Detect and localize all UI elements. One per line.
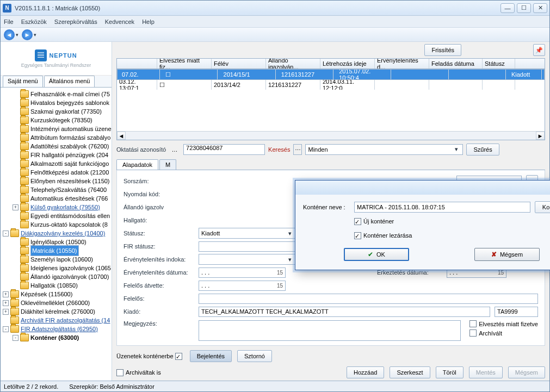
tree-node[interactable]: Szakmai gyakorlat (77350) [1, 107, 112, 116]
tree-node[interactable]: Matricák (10550) [1, 246, 112, 255]
grid-header[interactable]: Érvénytelenítés d... [375, 59, 429, 69]
felelos-value[interactable] [199, 294, 538, 304]
tree-node[interactable]: Intézményi automatikus üzene [1, 125, 112, 133]
tree-node[interactable]: +Képzések (115600) [1, 290, 112, 298]
tab-extra[interactable]: M [159, 159, 176, 170]
nav-forward-button[interactable]: ► [22, 29, 33, 40]
kiado-label: Kiadó: [123, 308, 194, 315]
filter-label: Oktatási azonosító [116, 146, 166, 153]
bejelentes-button[interactable]: Bejelentés [190, 350, 232, 362]
tree-node[interactable]: Alkalmazotti saját funkciójogo [1, 159, 112, 168]
menu-help[interactable]: Help [142, 18, 155, 25]
tree-node[interactable]: -Konténer (63000) [1, 333, 112, 342]
sztorno-button[interactable]: Sztornó [237, 350, 272, 362]
table-row[interactable]: 07.02.☐2014/15/112161312272015.07.02. 10… [117, 69, 545, 80]
tree-node[interactable]: Egyedi entitásmódosítás ellen [1, 211, 112, 220]
kiado-value: TECH_ALKALMAZOTT TECH_ALKALMAZOTT [199, 307, 490, 317]
nav-tree[interactable]: Felhasználók e-mail címei (75Hivatalos b… [1, 88, 112, 381]
kontenerek-button[interactable]: Konténerek [535, 201, 550, 213]
tree-node[interactable]: Automatikus értesítések (766 [1, 194, 112, 203]
cb-archivalt[interactable]: Archívált [469, 329, 538, 337]
tree-node[interactable]: Adattöltési szabályok (76200) [1, 142, 112, 151]
tree-node[interactable]: Ideiglenes igazolványok (1065 [1, 264, 112, 272]
grid-header[interactable]: Státusz [483, 59, 515, 69]
pin-icon[interactable]: 📌 [533, 44, 545, 56]
logo-subtitle: Egységes Tanulmányi Rendszer [21, 63, 91, 68]
app-icon: N [3, 4, 11, 13]
tree-node[interactable]: Előnyben részesítések (1150) [1, 177, 112, 185]
tree-node[interactable]: +Külső gyakorlatok (79550) [1, 203, 112, 211]
tree-node[interactable]: Hivatalos bejegyzés sablonok [1, 98, 112, 107]
menu-szerepkor[interactable]: Szerepkörváltás [54, 18, 97, 25]
archivaltak-check[interactable]: Archiváltak is [116, 369, 161, 376]
tree-node[interactable]: Felhasználók e-mail címei (75 [1, 90, 112, 98]
felelos-atvette-date[interactable]: . . .15 [199, 281, 286, 291]
megj-textarea[interactable] [199, 320, 461, 341]
statusz-select[interactable]: Kiadott▾ [199, 228, 296, 239]
grid-header[interactable]: Állandó igazolván... [266, 59, 320, 69]
nav-back-button[interactable]: ◄ [4, 29, 15, 40]
tree-node[interactable]: FIR hallgatói pénzügyek (204 [1, 151, 112, 159]
fir-label: FIR státusz: [123, 243, 194, 250]
kontener-neve-label: Konténer neve : [303, 204, 350, 210]
fir-value [199, 241, 296, 252]
filter-scope-select[interactable]: Minden▾ [305, 144, 463, 155]
tree-node[interactable]: Kurzus-oktató kapcsolatok (8 [1, 220, 112, 229]
grid-header[interactable]: Elvesztés miatt fiz... [157, 59, 212, 69]
grid-hscroll[interactable]: ◄► [117, 131, 545, 140]
dialog-ok-button[interactable]: ✔OK [344, 248, 409, 261]
status-left: Letöltve 2 / 2 rekord. [4, 383, 58, 390]
kontener-lezarasa-check[interactable]: ✓Konténer lezárása [354, 232, 412, 239]
tree-node[interactable]: -Diákigazolvány kezelés (10400) [1, 229, 112, 238]
dialog-cancel-button[interactable]: ✘Mégsem [474, 248, 540, 261]
grid-header[interactable] [117, 59, 157, 69]
maximize-button[interactable]: ☐ [517, 3, 531, 13]
menu-kedvencek[interactable]: Kedvencek [105, 18, 134, 25]
hozzaad-button[interactable]: Hozzáad [347, 366, 384, 378]
tab-sajat-menu[interactable]: Saját menü [3, 76, 43, 87]
erv-indok-select[interactable]: ▾ [199, 254, 296, 265]
keres-button[interactable]: Keresés [268, 146, 290, 153]
szerkeszt-button[interactable]: Szerkeszt [390, 366, 430, 378]
torol-button[interactable]: Töröl [436, 366, 464, 378]
erv-indok-label: Érvénytelenítés indoka: [123, 256, 194, 263]
grid-header[interactable]: Félév [212, 59, 266, 69]
uzenetek-check[interactable]: Üzenetek konténerbe ✓ [116, 353, 184, 360]
tree-node[interactable]: Telephely/Szakváltás (76400 [1, 185, 112, 194]
menu-file[interactable]: File [4, 18, 14, 25]
tab-altalanos-menu[interactable]: Általános menü [44, 76, 95, 87]
tree-node[interactable]: Állandó igazolványok (10700) [1, 272, 112, 281]
close-button[interactable]: ✕ [533, 3, 547, 13]
window-title: V2015.11.8.1 : Matricák (10550) [15, 5, 500, 11]
tree-node[interactable]: Kurzuskötegek (78350) [1, 116, 112, 125]
grid-header[interactable]: Létrehozás ideje [320, 59, 375, 69]
tree-node[interactable]: Személyi lapok (10600) [1, 255, 112, 264]
erv-dat-date[interactable]: . . .15 [199, 267, 286, 278]
frissites-button[interactable]: Frissítés [424, 44, 461, 56]
cb-elvesztes[interactable]: Elvesztés miatt fizetve [469, 320, 538, 327]
kontener-neve-input[interactable] [354, 202, 530, 213]
felelos-label: Felelős: [123, 295, 194, 302]
titlebar: N V2015.11.8.1 : Matricák (10550) — ☐ ✕ [1, 1, 549, 16]
tree-node[interactable]: -FIR Adatszolgáltatás (62950) [1, 325, 112, 333]
erv-dat-label: Érvénytelenítés dátuma: [123, 269, 194, 276]
tree-node[interactable]: +Diákhitel kérelmek (276000) [1, 307, 112, 316]
tree-node[interactable]: Felnőttképzési adatok (21200 [1, 168, 112, 177]
tree-node[interactable]: Hallgatók (10850) [1, 281, 112, 290]
filter-value-input[interactable]: 72308046087 [183, 144, 265, 155]
data-grid[interactable]: Elvesztés miatt fiz...FélévÁllandó igazo… [116, 58, 545, 140]
tab-alapadatok[interactable]: Alapadatok [116, 159, 158, 170]
szures-button[interactable]: Szűrés [466, 144, 499, 155]
menu-eszkozok[interactable]: Eszközök [21, 18, 47, 25]
grid-header[interactable]: Feladás dátuma [429, 59, 483, 69]
statusbar: Letöltve 2 / 2 rekord. Szerepkör: Belső … [1, 381, 549, 391]
tree-node[interactable]: Archivált FIR adatszolgáltatás (14 [1, 316, 112, 325]
minimize-button[interactable]: — [500, 3, 515, 13]
uj-kontener-check[interactable]: ✓Új konténer [354, 218, 394, 225]
menubar: File Eszközök Szerepkörváltás Kedvencek … [1, 16, 549, 28]
table-row[interactable]: 03.12. 13:07:1☐2013/14/212161312272014.0… [117, 80, 545, 90]
tree-node[interactable]: Attribútum formázási szabályo [1, 133, 112, 142]
nav-toolbar: ◄▾ ►▾ [1, 28, 549, 42]
statusz-label: Státusz: [123, 230, 194, 237]
tree-node[interactable]: +Oklevélmelléklet (266000) [1, 298, 112, 307]
